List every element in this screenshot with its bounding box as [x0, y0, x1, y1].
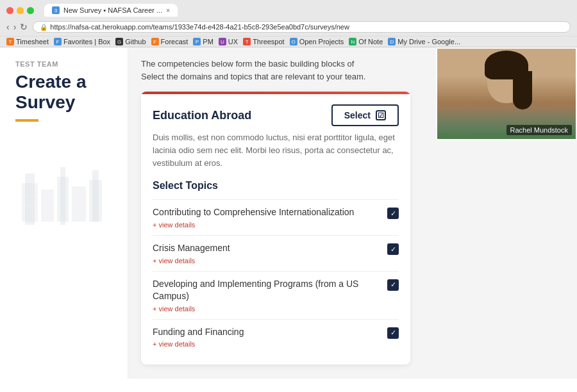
maximize-button[interactable] — [27, 7, 34, 14]
bookmark-label: Threespot — [253, 38, 285, 45]
video-name-tag: Rachel Mundstock — [506, 125, 573, 135]
view-details-link[interactable]: + view details — [153, 221, 380, 229]
browser-tabs: 3 New Survey • NAFSA Career ... × — [44, 4, 178, 17]
topic-name: Funding and Financing — [153, 326, 380, 339]
video-overlay: Rachel Mundstock — [436, 47, 577, 140]
team-label: TEST TEAM — [15, 60, 112, 68]
url-text: https://nafsa-cat.herokuapp.com/teams/19… — [50, 23, 349, 31]
svg-rect-1 — [25, 174, 35, 225]
bookmark-label: Github — [125, 38, 146, 45]
face-head — [487, 58, 526, 103]
forecast-icon: F — [151, 38, 159, 45]
svg-rect-7 — [92, 170, 99, 222]
topic-name: Contributing to Comprehensive Internatio… — [153, 206, 380, 219]
bookmark-label: My Drive - Google... — [397, 38, 460, 45]
select-checkbox-icon: ☑ — [376, 110, 386, 120]
bookmark-mydrive[interactable]: D My Drive - Google... — [388, 38, 460, 45]
select-button-label: Select — [344, 110, 371, 120]
bookmark-ofnote[interactable]: N Of Note — [349, 38, 383, 45]
bookmark-label: Favorites | Box — [63, 38, 110, 45]
browser-addressbar: ‹ › ↻ 🔒 https://nafsa-cat.herokuapp.com/… — [0, 19, 577, 36]
github-icon: G — [115, 38, 123, 45]
bookmark-forecast[interactable]: F Forecast — [151, 38, 188, 45]
topic-text: Contributing to Comprehensive Internatio… — [153, 206, 380, 229]
browser-titlebar: 3 New Survey • NAFSA Career ... × — [0, 0, 577, 19]
video-person: Rachel Mundstock — [437, 49, 576, 139]
survey-card: Education Abroad Select ☑ Duis mollis, e… — [141, 92, 410, 364]
topics-title: Select Topics — [153, 180, 399, 192]
topics-section: Select Topics Contributing to Comprehens… — [141, 180, 410, 364]
bookmark-label: UX — [228, 38, 238, 45]
view-details-link[interactable]: + view details — [153, 305, 380, 313]
bookmarks-bar: T Timesheet F Favorites | Box G Github F… — [0, 36, 577, 47]
sidebar-illustration — [15, 132, 112, 237]
card-header: Education Abroad Select ☑ — [141, 94, 410, 131]
topic-checkbox[interactable]: ✓ — [387, 243, 399, 255]
topic-checkbox[interactable]: ✓ — [387, 208, 399, 219]
topic-item: Contributing to Comprehensive Internatio… — [153, 199, 399, 235]
topic-item: Crisis Management + view details ✓ — [153, 235, 399, 271]
bookmark-label: Timesheet — [16, 38, 49, 45]
openprojects-icon: O — [290, 38, 297, 45]
lock-icon: 🔒 — [40, 24, 47, 31]
threespot-icon: T — [243, 38, 251, 45]
svg-rect-4 — [60, 167, 65, 225]
topic-text: Crisis Management + view details — [153, 242, 380, 265]
browser-chrome: 3 New Survey • NAFSA Career ... × ‹ › ↻ … — [0, 0, 577, 47]
pm-icon: P — [193, 38, 201, 45]
view-details-link[interactable]: + view details — [153, 257, 380, 265]
mydrive-icon: D — [388, 38, 396, 45]
tab-favicon: 3 — [52, 6, 60, 14]
bookmark-timesheet[interactable]: T Timesheet — [6, 38, 49, 45]
card-title: Education Abroad — [153, 109, 251, 122]
bookmark-favorites[interactable]: F Favorites | Box — [54, 38, 110, 45]
main-area: TEST TEAM Create a Survey The compet — [0, 47, 577, 379]
bookmark-label: Open Projects — [299, 38, 344, 45]
svg-rect-5 — [72, 186, 86, 222]
url-bar[interactable]: 🔒 https://nafsa-cat.herokuapp.com/teams/… — [33, 21, 571, 33]
tab-label: New Survey • NAFSA Career ... — [63, 6, 162, 14]
bookmark-label: Forecast — [161, 38, 188, 45]
topic-text: Funding and Financing + view details — [153, 326, 380, 348]
bookmark-ux[interactable]: U UX — [219, 38, 238, 45]
page-title: Create a Survey — [15, 72, 112, 113]
sidebar: TEST TEAM Create a Survey — [0, 47, 128, 379]
favorites-icon: F — [54, 38, 62, 45]
bookmark-github[interactable]: G Github — [115, 38, 146, 45]
bookmark-label: Of Note — [358, 38, 383, 45]
bookmark-threespot[interactable]: T Threespot — [243, 38, 285, 45]
view-details-link[interactable]: + view details — [153, 340, 380, 348]
bookmark-pm[interactable]: P PM — [193, 38, 213, 45]
traffic-lights — [6, 7, 34, 14]
topic-checkbox[interactable]: ✓ — [387, 279, 399, 291]
tab-close-icon[interactable]: × — [166, 7, 170, 14]
topic-checkbox[interactable]: ✓ — [387, 327, 399, 339]
topic-name: Crisis Management — [153, 242, 380, 255]
refresh-button[interactable]: ↻ — [20, 22, 28, 32]
back-button[interactable]: ‹ — [6, 22, 10, 32]
topic-item: Funding and Financing + view details ✓ — [153, 319, 399, 355]
active-tab[interactable]: 3 New Survey • NAFSA Career ... × — [44, 4, 178, 17]
card-description: Duis mollis, est non commodo luctus, nis… — [141, 131, 410, 180]
minimize-button[interactable] — [17, 7, 24, 14]
select-button[interactable]: Select ☑ — [331, 104, 399, 126]
title-underline — [15, 119, 38, 122]
topic-name: Developing and Implementing Programs (fr… — [153, 278, 380, 303]
ofnote-icon: N — [349, 38, 356, 45]
ux-icon: U — [219, 38, 226, 45]
bookmark-openprojects[interactable]: O Open Projects — [290, 38, 344, 45]
svg-rect-2 — [41, 190, 54, 222]
topic-item: Developing and Implementing Programs (fr… — [153, 271, 399, 319]
bookmark-label: PM — [203, 38, 213, 45]
nav-buttons: ‹ › ↻ — [6, 22, 28, 32]
face-hair-long — [513, 71, 532, 110]
topics-container: Contributing to Comprehensive Internatio… — [153, 199, 399, 354]
topic-text: Developing and Implementing Programs (fr… — [153, 278, 380, 313]
timesheet-icon: T — [6, 38, 14, 45]
face-silhouette — [487, 58, 526, 103]
forward-button[interactable]: › — [13, 22, 17, 32]
close-button[interactable] — [6, 7, 13, 14]
